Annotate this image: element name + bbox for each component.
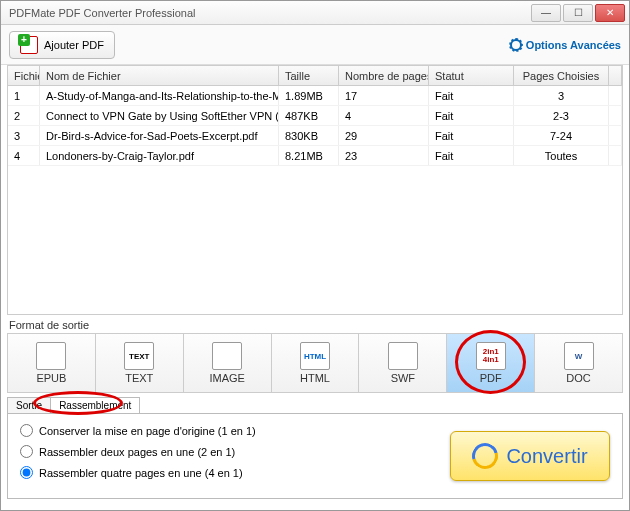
radio-option-0[interactable]: Conserver la mise en page d'origine (1 e…	[20, 424, 256, 437]
advanced-options-label: Options Avancées	[526, 39, 621, 51]
radio-input[interactable]	[20, 466, 33, 479]
cell-chosen: 7-24	[514, 126, 609, 145]
format-label: EPUB	[36, 372, 66, 384]
add-pdf-button[interactable]: Ajouter PDF	[9, 31, 115, 59]
toolbar: Ajouter PDF Options Avancées	[1, 25, 629, 65]
col-taille[interactable]: Taille	[279, 66, 339, 85]
doc-icon: W	[564, 342, 594, 370]
cell-chosen: 3	[514, 86, 609, 105]
pdf-icon: 2in1 4in1	[476, 342, 506, 370]
add-pdf-icon	[20, 36, 38, 54]
cell-pages: 17	[339, 86, 429, 105]
radio-input[interactable]	[20, 424, 33, 437]
format-epub[interactable]: EPubEPUB	[8, 334, 96, 392]
title-bar: PDFMate PDF Converter Professional — ☐ ✕	[1, 1, 629, 25]
col-end	[609, 66, 622, 85]
format-label: IMAGE	[209, 372, 244, 384]
image-icon	[212, 342, 242, 370]
radio-option-2[interactable]: Rassembler quatre pages en une (4 en 1)	[20, 466, 256, 479]
format-label: TEXT	[125, 372, 153, 384]
text-icon: TEXT	[124, 342, 154, 370]
col-statut[interactable]: Statut	[429, 66, 514, 85]
convert-icon	[468, 438, 504, 474]
file-table: Fichier Nom de Fichier Taille Nombre de …	[7, 65, 623, 315]
cell-name: Connect to VPN Gate by Using SoftEther V…	[40, 106, 279, 125]
epub-icon: EPub	[36, 342, 66, 370]
table-row[interactable]: 3Dr-Bird-s-Advice-for-Sad-Poets-Excerpt.…	[8, 126, 622, 146]
col-nombre-pages[interactable]: Nombre de pages	[339, 66, 429, 85]
window-title: PDFMate PDF Converter Professional	[9, 7, 529, 19]
cell-idx: 3	[8, 126, 40, 145]
format-text[interactable]: TEXTTEXT	[96, 334, 184, 392]
cell-status: Fait	[429, 146, 514, 165]
cell-status: Fait	[429, 126, 514, 145]
table-header-row: Fichier Nom de Fichier Taille Nombre de …	[8, 66, 622, 86]
radio-label: Rassembler quatre pages en une (4 en 1)	[39, 467, 243, 479]
col-nom[interactable]: Nom de Fichier	[40, 66, 279, 85]
table-row[interactable]: 1A-Study-of-Manga-and-Its-Relationship-t…	[8, 86, 622, 106]
cell-pages: 29	[339, 126, 429, 145]
cell-status: Fait	[429, 106, 514, 125]
format-label: HTML	[300, 372, 330, 384]
sortie-tab-prefix[interactable]: Sortie	[7, 397, 51, 413]
col-pages-choisies[interactable]: Pages Choisies	[514, 66, 609, 85]
close-button[interactable]: ✕	[595, 4, 625, 22]
radio-label: Rassembler deux pages en une (2 en 1)	[39, 446, 235, 458]
format-label: DOC	[566, 372, 590, 384]
html-icon: HTML	[300, 342, 330, 370]
format-image[interactable]: IMAGE	[184, 334, 272, 392]
advanced-options-link[interactable]: Options Avancées	[510, 39, 621, 51]
table-row[interactable]: 4Londoners-by-Craig-Taylor.pdf8.21MB23Fa…	[8, 146, 622, 166]
output-format-bar: EPubEPUBTEXTTEXTIMAGEHTMLHTMLfSWF2in1 4i…	[7, 333, 623, 393]
cell-chosen: 2-3	[514, 106, 609, 125]
cell-idx: 2	[8, 106, 40, 125]
cell-pages: 4	[339, 106, 429, 125]
table-row[interactable]: 2Connect to VPN Gate by Using SoftEther …	[8, 106, 622, 126]
gear-icon	[510, 39, 522, 51]
cell-status: Fait	[429, 86, 514, 105]
add-pdf-label: Ajouter PDF	[44, 39, 104, 51]
sortie-tab-rassemblement[interactable]: Rassemblement	[50, 397, 140, 413]
cell-size: 487KB	[279, 106, 339, 125]
cell-idx: 4	[8, 146, 40, 165]
output-format-label: Format de sortie	[1, 315, 629, 331]
sortie-panel: Conserver la mise en page d'origine (1 e…	[7, 413, 623, 499]
format-doc[interactable]: WDOC	[535, 334, 622, 392]
cell-size: 1.89MB	[279, 86, 339, 105]
convert-button[interactable]: Convertir	[450, 431, 610, 481]
cell-name: Londoners-by-Craig-Taylor.pdf	[40, 146, 279, 165]
convert-label: Convertir	[506, 445, 587, 468]
format-label: PDF	[480, 372, 502, 384]
maximize-button[interactable]: ☐	[563, 4, 593, 22]
minimize-button[interactable]: —	[531, 4, 561, 22]
swf-icon: f	[388, 342, 418, 370]
col-fichier[interactable]: Fichier	[8, 66, 40, 85]
cell-size: 830KB	[279, 126, 339, 145]
format-html[interactable]: HTMLHTML	[272, 334, 360, 392]
cell-idx: 1	[8, 86, 40, 105]
cell-name: Dr-Bird-s-Advice-for-Sad-Poets-Excerpt.p…	[40, 126, 279, 145]
cell-chosen: Toutes	[514, 146, 609, 165]
format-swf[interactable]: fSWF	[359, 334, 447, 392]
radio-label: Conserver la mise en page d'origine (1 e…	[39, 425, 256, 437]
cell-pages: 23	[339, 146, 429, 165]
format-label: SWF	[391, 372, 415, 384]
radio-option-1[interactable]: Rassembler deux pages en une (2 en 1)	[20, 445, 256, 458]
sortie-tabs: Sortie Rassemblement	[7, 397, 623, 413]
format-pdf[interactable]: 2in1 4in1PDF	[447, 334, 535, 392]
cell-size: 8.21MB	[279, 146, 339, 165]
radio-input[interactable]	[20, 445, 33, 458]
cell-name: A-Study-of-Manga-and-Its-Relationship-to…	[40, 86, 279, 105]
